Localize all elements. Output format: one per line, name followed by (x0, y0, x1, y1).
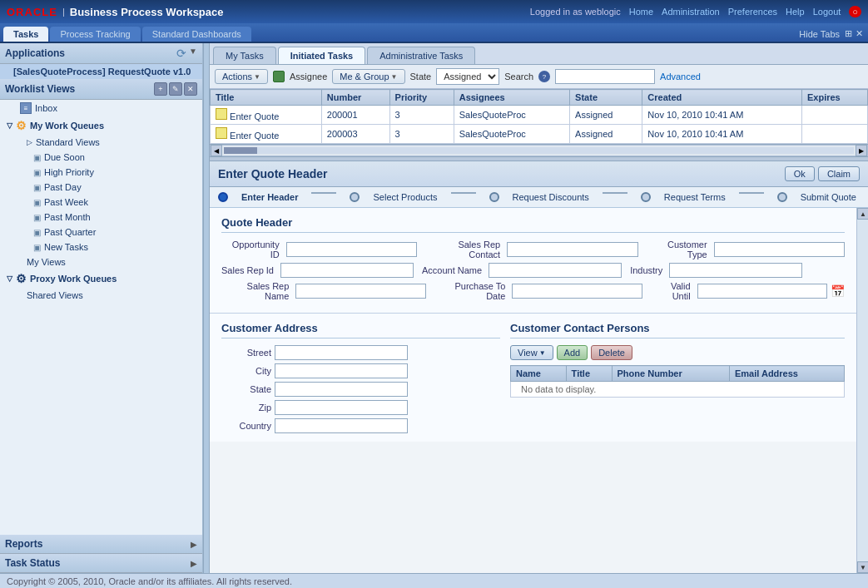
worklist-views-section[interactable]: Worklist Views + ✎ ✕ (0, 79, 202, 100)
tab-standard-dashboards[interactable]: Standard Dashboards (142, 27, 251, 42)
hide-tabs-btn[interactable]: Hide Tabs (799, 29, 840, 39)
step-label-request-terms[interactable]: Request Terms (664, 192, 726, 202)
due-soon-item[interactable]: ▣ Due Soon (0, 150, 202, 165)
add-contact-btn[interactable]: Add (557, 345, 588, 360)
subtab-initiated-tasks[interactable]: Initiated Tasks (278, 47, 366, 64)
contact-col-email[interactable]: Email Address (729, 366, 844, 382)
col-state[interactable]: State (570, 90, 642, 106)
refresh-icon[interactable]: ⟳ (176, 47, 186, 60)
state-select[interactable]: Assigned (436, 68, 499, 85)
zip-input[interactable] (275, 400, 408, 415)
subtab-administrative-tasks[interactable]: Administrative Tasks (367, 47, 475, 64)
preferences-link[interactable]: Preferences (728, 7, 777, 17)
subtab-my-tasks[interactable]: My Tasks (213, 47, 276, 64)
calendar-icon[interactable]: 📅 (831, 284, 845, 298)
task-action-icon[interactable] (273, 71, 285, 82)
edit-view-btn[interactable]: ✎ (169, 82, 182, 96)
scroll-left-btn[interactable]: ◀ (211, 145, 222, 156)
table-row[interactable]: Enter Quote 200001 3 SalesQuoteProc Assi… (211, 106, 868, 125)
standard-views-item[interactable]: ▷ Standard Views (0, 135, 202, 150)
col-created[interactable]: Created (642, 90, 802, 106)
reports-section[interactable]: Reports ▶ (0, 535, 202, 554)
past-week-item[interactable]: ▣ Past Week (0, 195, 202, 210)
step-select-products (350, 192, 360, 202)
past-day-item[interactable]: ▣ Past Day (0, 180, 202, 195)
home-link[interactable]: Home (629, 7, 653, 17)
assignee-label: Assignee (290, 72, 327, 82)
opportunity-id-input[interactable] (286, 242, 417, 257)
tab-tasks[interactable]: Tasks (3, 27, 48, 42)
my-views-item[interactable]: My Views (0, 254, 202, 269)
street-input[interactable] (275, 345, 408, 360)
new-tasks-item[interactable]: ▣ New Tasks (0, 240, 202, 254)
assignee-value: Me & Group (340, 72, 389, 82)
quote-header-title: Enter Quote Header (218, 167, 327, 180)
valid-until-input[interactable] (697, 284, 827, 299)
actions-btn[interactable]: Actions ▼ (215, 69, 268, 84)
my-views-label: My Views (27, 257, 66, 267)
shared-views-item[interactable]: Shared Views (0, 288, 202, 303)
scroll-right-btn[interactable]: ▶ (856, 145, 867, 156)
proxy-work-queues-group[interactable]: ▽ ⚙ Proxy Work Queues (0, 269, 202, 288)
logout-link[interactable]: Logout (813, 7, 841, 17)
delete-contact-btn[interactable]: Delete (591, 345, 632, 360)
contact-col-phone[interactable]: Phone Number (612, 366, 729, 382)
shared-views-label: Shared Views (27, 290, 83, 300)
inbox-item[interactable]: ≡ Inbox (0, 100, 202, 116)
right-scrollbar[interactable]: ▲ ▼ (856, 208, 868, 573)
sales-rep-contact-input[interactable] (507, 242, 637, 257)
past-quarter-item[interactable]: ▣ Past Quarter (0, 225, 202, 240)
sales-rep-id-input[interactable] (280, 263, 414, 278)
view-btn[interactable]: View ▼ (510, 345, 553, 360)
city-input[interactable] (275, 363, 408, 378)
task-status-section[interactable]: Task Status ▶ (0, 554, 202, 573)
industry-input[interactable] (669, 263, 802, 278)
selected-process-item[interactable]: [SalesQuoteProcess] RequestQuote v1.0 (0, 64, 202, 79)
claim-btn[interactable]: Claim (818, 166, 860, 181)
expand-reports-icon[interactable]: ▶ (191, 540, 197, 549)
account-name-input[interactable] (489, 263, 622, 278)
step-label-enter-header[interactable]: Enter Header (241, 192, 298, 202)
horizontal-scrollbar[interactable]: ◀ ▶ (210, 145, 868, 156)
applications-section[interactable]: Applications ⟳ ▼ (0, 43, 202, 64)
admin-link[interactable]: Administration (662, 7, 720, 17)
advanced-link[interactable]: Advanced (660, 72, 701, 82)
col-assignees[interactable]: Assignees (454, 90, 569, 106)
add-view-btn[interactable]: + (154, 82, 167, 96)
step-label-submit-quote[interactable]: Submit Quote (801, 192, 856, 202)
remove-view-btn[interactable]: ✕ (184, 82, 197, 96)
ok-btn[interactable]: Ok (785, 166, 815, 181)
search-help-icon[interactable]: ? (538, 71, 550, 82)
country-input[interactable] (275, 418, 408, 433)
col-expires[interactable]: Expires (801, 90, 867, 106)
expand-task-status-icon[interactable]: ▶ (191, 559, 197, 568)
purchase-to-date-input[interactable] (512, 284, 642, 299)
step-label-request-discounts[interactable]: Request Discounts (513, 192, 589, 202)
col-number[interactable]: Number (321, 90, 389, 106)
step-label-select-products[interactable]: Select Products (373, 192, 437, 202)
worklist-views-title: Worklist Views (5, 83, 75, 95)
expand-applications-icon[interactable]: ▼ (189, 47, 197, 60)
table-row[interactable]: Enter Quote 200003 3 SalesQuoteProc Assi… (211, 125, 868, 144)
scroll-down-btn[interactable]: ▼ (857, 561, 868, 573)
close-tab-icon[interactable]: ✕ (856, 28, 863, 39)
tab-process-tracking[interactable]: Process Tracking (50, 27, 140, 42)
help-link[interactable]: Help (786, 7, 805, 17)
search-input[interactable] (555, 69, 655, 84)
sales-rep-name-input[interactable] (295, 284, 426, 299)
customer-type-label: Customer Type (647, 240, 711, 259)
scroll-track[interactable] (224, 147, 854, 154)
past-month-item[interactable]: ▣ Past Month (0, 210, 202, 225)
customer-type-input[interactable] (714, 242, 845, 257)
scroll-v-track[interactable] (857, 220, 868, 561)
sidebar-resizer[interactable] (203, 43, 210, 573)
scroll-up-btn[interactable]: ▲ (857, 208, 868, 220)
assignee-btn[interactable]: Me & Group ▼ (332, 69, 404, 84)
my-work-queues-group[interactable]: ▽ ⚙ My Work Queues (0, 116, 202, 135)
col-title[interactable]: Title (211, 90, 322, 106)
sub-tabs: My Tasks Initiated Tasks Administrative … (210, 43, 868, 65)
restore-icon[interactable]: ⊞ (845, 28, 852, 39)
state-input[interactable] (275, 382, 408, 397)
col-priority[interactable]: Priority (389, 90, 454, 106)
high-priority-item[interactable]: ▣ High Priority (0, 165, 202, 180)
